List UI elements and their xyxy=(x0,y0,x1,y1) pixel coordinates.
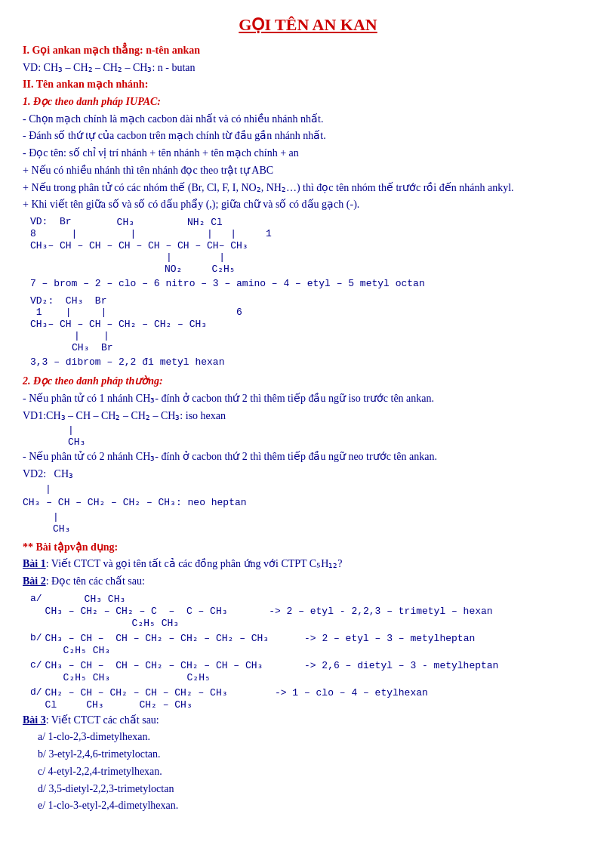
vd2-neo-branch: | xyxy=(45,483,593,495)
bai2-a: a/ CH₃ CH₃ CH₃ – CH₂ – CH₂ – C – C – CH₃… xyxy=(30,593,593,629)
vd2-neo-branch2: | CH₃ xyxy=(53,511,593,535)
page-title: GỌI TÊN AN KAN xyxy=(23,15,593,35)
bai2-c: c/ CH₃ – CH – CH – CH₂ – CH₂ – CH – CH₃ … xyxy=(30,659,593,683)
bai2-b: b/ CH₃ – CH – CH – CH₂ – CH₂ – CH₂ – CH₃… xyxy=(30,632,593,656)
vd2-diagram: VD₂: CH₃ Br 1 | | 6 CH₃– CH – CH – CH₂ –… xyxy=(30,294,593,370)
vd1-iso-branch: | CH₃ xyxy=(68,424,593,448)
vd1-diagram: VD: Br CH₃ NH₂ Cl 8 | | | | 1 CH₃– CH – … xyxy=(30,216,593,291)
document-body: I. Gọi ankan mạch thẳng: n-tên ankan VD:… xyxy=(23,42,593,814)
bai2-d: d/ CH₂ – CH – CH₂ – CH – CH₂ – CH₃ -> 1 … xyxy=(30,686,593,711)
